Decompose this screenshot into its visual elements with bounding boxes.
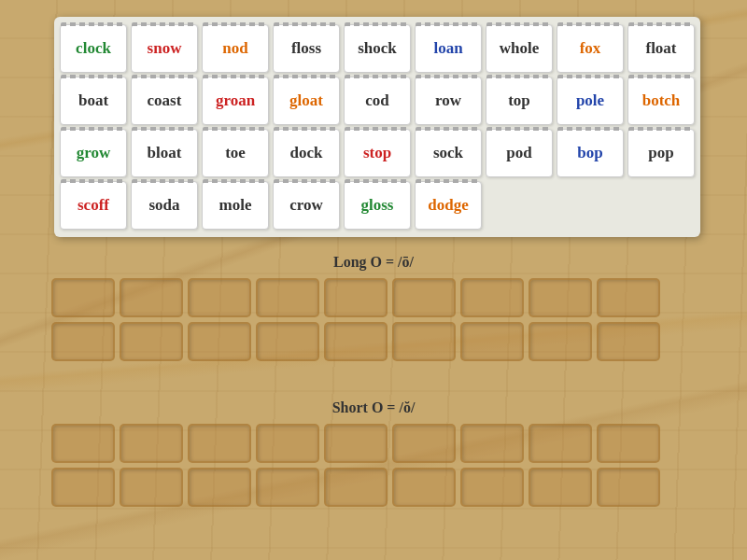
short-o-slot[interactable] <box>597 424 660 463</box>
word-card-pod[interactable]: pod <box>486 129 553 177</box>
word-card-mole[interactable]: mole <box>202 181 269 230</box>
short-o-slot[interactable] <box>256 468 319 507</box>
short-o-slot[interactable] <box>529 424 592 463</box>
short-o-row-0 <box>51 424 660 463</box>
short-o-slot[interactable] <box>324 468 388 507</box>
word-card-float[interactable]: float <box>627 24 695 73</box>
word-card-shock[interactable]: shock <box>344 24 411 73</box>
long-o-slot[interactable] <box>120 278 183 317</box>
word-card-coast[interactable]: coast <box>131 77 198 125</box>
word-card-pop[interactable]: pop <box>627 129 695 177</box>
long-o-slot[interactable] <box>188 278 251 317</box>
word-card-botch[interactable]: botch <box>627 77 695 125</box>
word-card-boat[interactable]: boat <box>60 77 127 125</box>
word-card-toe[interactable]: toe <box>202 129 269 177</box>
long-o-drop-area <box>51 278 660 361</box>
word-card-pole[interactable]: pole <box>557 77 624 125</box>
short-o-slot[interactable] <box>256 424 319 463</box>
short-o-drop-area <box>51 424 660 507</box>
long-o-slot[interactable] <box>529 322 592 361</box>
word-card-top[interactable]: top <box>486 77 553 125</box>
long-o-slot[interactable] <box>188 322 251 361</box>
short-o-slot[interactable] <box>324 424 388 463</box>
long-o-row-0 <box>51 278 660 317</box>
word-card-gloat[interactable]: gloat <box>273 77 340 125</box>
word-card-row[interactable]: row <box>415 77 482 125</box>
word-card-snow[interactable]: snow <box>131 24 198 73</box>
short-o-slot[interactable] <box>188 424 251 463</box>
long-o-slot[interactable] <box>529 278 592 317</box>
short-o-slot[interactable] <box>51 424 115 463</box>
word-card-floss[interactable]: floss <box>273 24 340 73</box>
word-card-dodge[interactable]: dodge <box>415 181 482 230</box>
long-o-row-1 <box>51 322 660 361</box>
long-o-slot[interactable] <box>392 278 456 317</box>
long-o-slot[interactable] <box>392 322 456 361</box>
long-o-slot[interactable] <box>256 278 319 317</box>
short-o-slot[interactable] <box>392 468 456 507</box>
long-o-slot[interactable] <box>51 322 115 361</box>
short-o-slot[interactable] <box>120 424 183 463</box>
word-card-dock[interactable]: dock <box>273 129 340 177</box>
word-card-bloat[interactable]: bloat <box>131 129 198 177</box>
long-o-slot[interactable] <box>460 278 524 317</box>
word-card-grow[interactable]: grow <box>60 129 127 177</box>
word-card-crow[interactable]: crow <box>273 181 340 230</box>
long-o-slot[interactable] <box>256 322 319 361</box>
short-o-slot[interactable] <box>529 468 592 507</box>
word-card-stop[interactable]: stop <box>344 129 411 177</box>
word-card-gloss[interactable]: gloss <box>344 181 411 230</box>
long-o-slot[interactable] <box>324 278 388 317</box>
long-o-slot[interactable] <box>460 322 524 361</box>
short-o-slot[interactable] <box>188 468 251 507</box>
short-o-slot[interactable] <box>460 424 524 463</box>
long-o-slot[interactable] <box>120 322 183 361</box>
long-o-slot[interactable] <box>597 278 660 317</box>
short-o-slot[interactable] <box>392 424 456 463</box>
long-o-label: Long O = /ō/ <box>0 254 747 271</box>
short-o-slot[interactable] <box>51 468 115 507</box>
long-o-slot[interactable] <box>324 322 388 361</box>
word-card-whole[interactable]: whole <box>486 24 553 73</box>
word-card-soda[interactable]: soda <box>131 181 198 230</box>
word-card-loan[interactable]: loan <box>415 24 482 73</box>
short-o-label: Short O = /ŏ/ <box>0 399 747 416</box>
word-card-bop[interactable]: bop <box>557 129 624 177</box>
long-o-slot[interactable] <box>51 278 115 317</box>
word-card-cod[interactable]: cod <box>344 77 411 125</box>
word-card-area: clocksnownodflossshockloanwholefoxfloatb… <box>54 17 700 237</box>
word-card-nod[interactable]: nod <box>202 24 269 73</box>
short-o-slot[interactable] <box>460 468 524 507</box>
word-card-groan[interactable]: groan <box>202 77 269 125</box>
short-o-slot[interactable] <box>120 468 183 507</box>
word-card-fox[interactable]: fox <box>557 24 624 73</box>
short-o-row-1 <box>51 468 660 507</box>
short-o-slot[interactable] <box>597 468 660 507</box>
word-card-clock[interactable]: clock <box>60 24 127 73</box>
word-card-sock[interactable]: sock <box>415 129 482 177</box>
word-card-scoff[interactable]: scoff <box>60 181 127 230</box>
long-o-slot[interactable] <box>597 322 660 361</box>
